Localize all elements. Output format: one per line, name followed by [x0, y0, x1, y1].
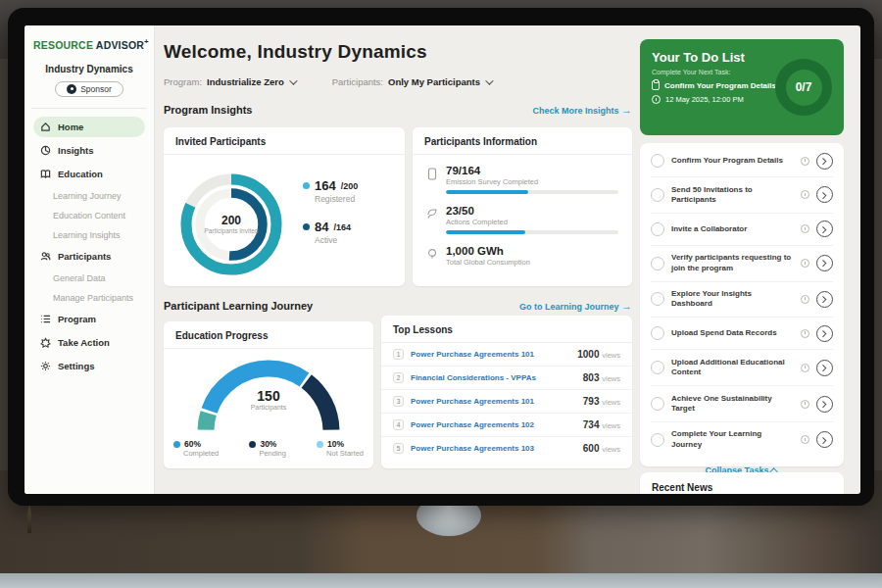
filter-bar: Program: Industrialize Zero Participants… [164, 76, 491, 87]
task-checkbox[interactable] [651, 361, 664, 374]
sidebar-item-education-content[interactable]: Education Content [33, 207, 145, 224]
legend-not-started: 10% Not Started [317, 439, 364, 458]
lesson-link[interactable]: Financial Considerations - VPPAs [411, 373, 576, 382]
legend-registered: 164/200 Registered [303, 178, 358, 204]
task-open-button[interactable] [816, 220, 833, 237]
survey-icon [426, 168, 438, 180]
task-open-button[interactable] [816, 431, 833, 448]
task-label: Verify participants requesting to join t… [671, 253, 794, 273]
sidebar-item-home[interactable]: Home [33, 117, 145, 137]
task-open-button[interactable] [816, 186, 833, 203]
task-clock-icon [801, 224, 809, 233]
task-row-invite-collaborator[interactable]: Invite a Collaborator [651, 214, 833, 246]
task-open-button[interactable] [816, 291, 833, 308]
stat-emission-survey: 79/164 Emission Survey Completed [426, 165, 618, 194]
task-row-send-invitations[interactable]: Send 50 Invitations to Participants [651, 177, 833, 214]
task-row-confirm-program[interactable]: Confirm Your Program Details [651, 145, 833, 177]
main-content: Welcome, Industry Dynamics Program: Indu… [164, 25, 640, 494]
lesson-views-label: views [602, 421, 620, 430]
sidebar-item-label: Participants [58, 251, 111, 262]
sponsor-badge[interactable]: Sponsor [55, 81, 123, 97]
top-lessons-card: Top Lessons 1 Power Purchase Agreements … [381, 316, 632, 468]
pending-label: Pending [259, 449, 286, 458]
participants-filter-dropdown[interactable]: Participants: Only My Participants [332, 76, 491, 87]
todo-due-label: 12 May 2025, 12:00 PM [665, 95, 744, 104]
lesson-views-label: views [602, 445, 620, 454]
task-open-button[interactable] [816, 153, 833, 170]
sidebar-item-learning-insights[interactable]: Learning Insights [33, 226, 145, 244]
resource-advisor-logo: RESOURCE ADVISOR+ [33, 37, 145, 51]
invited-participants-title: Invited Participants [164, 127, 405, 155]
invited-legend: 164/200 Registered 84/164 Active [303, 178, 358, 261]
stat-global-consumption: 1,000 GWh Total Global Consumption [426, 245, 618, 270]
task-row-complete-learning-journey[interactable]: Complete Your Learning Journey [651, 422, 833, 458]
page-title: Welcome, Industry Dynamics [164, 41, 427, 63]
lesson-views-label: views [602, 398, 620, 407]
task-clock-icon [801, 435, 809, 444]
task-open-button[interactable] [816, 255, 833, 271]
lesson-link[interactable]: Power Purchase Agreements 101 [411, 397, 576, 406]
sidebar-item-learning-journey[interactable]: Learning Journey [33, 187, 145, 205]
lesson-views-label: views [602, 351, 620, 360]
registered-label: Registered [315, 194, 358, 204]
lesson-rank: 1 [393, 349, 404, 360]
participants-information-title: Participants Information [413, 127, 632, 155]
sidebar-item-label: Program [58, 314, 96, 324]
task-row-verify-participants[interactable]: Verify participants requesting to join t… [651, 246, 833, 282]
go-to-learning-journey-link[interactable]: Go to Learning Journey → [519, 300, 632, 312]
people-icon [40, 251, 51, 262]
gear-icon [40, 361, 51, 371]
task-row-upload-spend-data[interactable]: Upload Spend Data Records [651, 318, 833, 350]
arrow-right-icon: → [621, 300, 632, 312]
program-filter-dropdown[interactable]: Program: Industrialize Zero [164, 76, 295, 87]
lesson-views-label: views [602, 374, 620, 383]
lesson-link[interactable]: Power Purchase Agreements 101 [411, 350, 570, 359]
org-name: Industry Dynamics [33, 64, 145, 74]
program-insights-title: Program Insights [164, 104, 252, 116]
sidebar-item-participants[interactable]: Participants [33, 246, 145, 267]
clipboard-icon [652, 80, 660, 90]
task-open-button[interactable] [816, 325, 833, 342]
task-label: Achieve One Sustainability Target [671, 394, 794, 415]
sidebar-item-label: Take Action [58, 337, 110, 348]
learning-journey-header: Participant Learning Journey Go to Learn… [164, 300, 632, 312]
check-more-insights-link[interactable]: Check More Insights → [532, 104, 632, 116]
task-row-explore-insights[interactable]: Explore Your Insights Dashboard [651, 282, 833, 318]
task-row-upload-educational-content[interactable]: Upload Additional Educational Content [651, 350, 833, 386]
task-checkbox[interactable] [651, 154, 664, 168]
insights-icon [40, 145, 51, 156]
sidebar-item-insights[interactable]: Insights [33, 140, 145, 161]
task-checkbox[interactable] [651, 222, 664, 236]
task-label: Complete Your Learning Journey [671, 429, 794, 450]
legend-dot-active [303, 223, 310, 230]
task-checkbox[interactable] [651, 326, 664, 340]
logo-plus: + [144, 37, 149, 46]
task-checkbox[interactable] [651, 257, 664, 270]
sidebar-item-general-data[interactable]: General Data [33, 270, 145, 287]
lesson-views-count: 1000 [577, 349, 599, 360]
clock-icon [652, 95, 661, 104]
logo-resource: RESOURCE [33, 39, 93, 51]
todo-summary-card: Your To Do List Complete Your Next Task:… [640, 39, 844, 135]
sidebar-item-manage-participants[interactable]: Manage Participants [33, 289, 145, 307]
task-checkbox[interactable] [651, 433, 664, 447]
task-checkbox[interactable] [651, 397, 664, 411]
lesson-link[interactable]: Power Purchase Agreements 103 [411, 444, 576, 453]
legend-completed: 60% Completed [173, 439, 219, 458]
stat-actions-completed: 23/50 Actions Completed [426, 205, 618, 234]
lightbulb-icon [426, 248, 438, 261]
sidebar-item-education[interactable]: Education [33, 164, 145, 184]
sidebar-item-program[interactable]: Program [33, 309, 145, 329]
task-open-button[interactable] [816, 360, 833, 376]
lesson-row: 1 Power Purchase Agreements 101 1000 vie… [381, 343, 632, 367]
task-clock-icon [801, 157, 809, 166]
task-row-achieve-target[interactable]: Achieve One Sustainability Target [651, 386, 833, 422]
sidebar-item-settings[interactable]: Settings [33, 356, 145, 376]
task-checkbox[interactable] [651, 188, 664, 202]
task-checkbox[interactable] [651, 292, 664, 306]
registered-value: 164 [315, 178, 336, 193]
lesson-views-count: 803 [583, 372, 600, 383]
lesson-link[interactable]: Power Purchase Agreements 102 [411, 420, 576, 429]
sidebar-item-take-action[interactable]: Take Action [33, 332, 145, 353]
task-open-button[interactable] [816, 396, 833, 413]
